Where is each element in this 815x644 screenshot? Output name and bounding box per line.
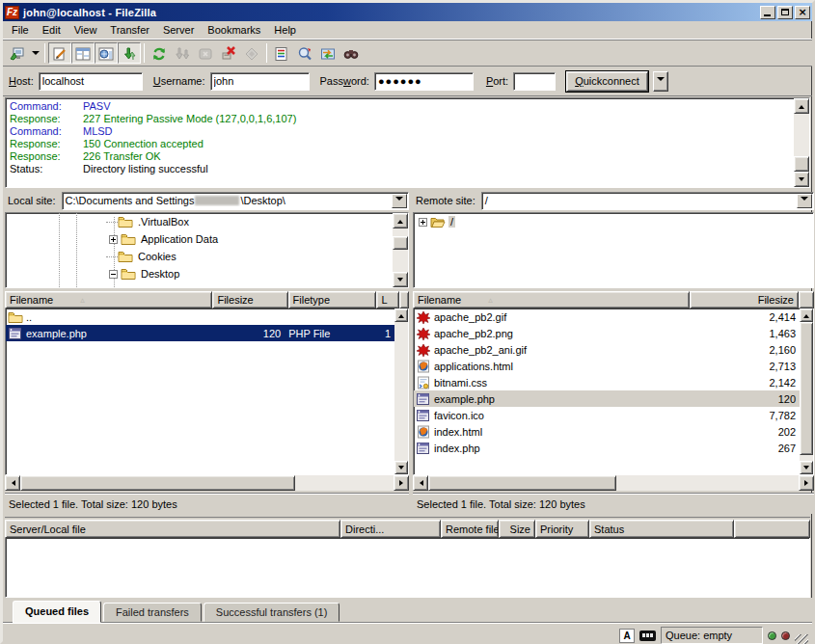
file-size-cell: 1,463 xyxy=(691,325,800,341)
tree-connector xyxy=(106,222,118,223)
password-input[interactable] xyxy=(374,72,474,91)
tree-item-desktop[interactable]: Desktop xyxy=(6,265,393,282)
tab-failed-transfers[interactable]: Failed transfers xyxy=(103,603,202,622)
queue-column-size[interactable]: Size xyxy=(499,520,535,538)
toggle-queue-button[interactable] xyxy=(118,42,141,64)
tree-item-application-data[interactable]: Application Data xyxy=(6,230,393,248)
host-input[interactable] xyxy=(39,72,143,91)
scroll-left-button[interactable] xyxy=(5,475,20,491)
file-row-index.php[interactable]: index.php267 xyxy=(414,440,800,456)
scroll-down-button[interactable] xyxy=(393,272,408,287)
expand-icon[interactable] xyxy=(109,235,118,244)
column-header-filename[interactable]: Filename▵ xyxy=(413,291,690,309)
queue-column-server-local-file[interactable]: Server/Local file xyxy=(5,520,340,538)
remote-list-scrollbar[interactable] xyxy=(800,309,813,474)
file-row-index.html[interactable]: index.html202 xyxy=(414,423,800,440)
file-row-apache-pb2.gif[interactable]: apache_pb2.gif2,414 xyxy=(414,309,800,325)
disconnect-button[interactable] xyxy=(217,42,240,64)
tree-item-root[interactable]: / xyxy=(414,213,813,230)
username-input[interactable] xyxy=(210,72,310,91)
find-files-button[interactable] xyxy=(340,42,363,64)
scroll-up-button[interactable] xyxy=(393,213,408,228)
toggle-remote-tree-button[interactable] xyxy=(95,42,118,64)
scroll-down-button[interactable] xyxy=(800,461,813,474)
local-tree-scrollbar[interactable] xyxy=(393,213,408,287)
column-header-filesize[interactable]: Filesize xyxy=(212,291,287,309)
scroll-right-button[interactable] xyxy=(394,475,409,491)
file-row-..[interactable]: .. xyxy=(6,309,394,325)
minimize-button[interactable] xyxy=(760,6,775,19)
collapse-icon[interactable] xyxy=(109,270,118,279)
toggle-tree-button[interactable] xyxy=(71,42,95,64)
toggle-log-button[interactable] xyxy=(48,42,71,64)
file-row-apache-pb2-ani.gif[interactable]: apache_pb2_ani.gif2,160 xyxy=(414,341,800,358)
menu-view[interactable]: View xyxy=(68,22,104,38)
tree-item-label: Application Data xyxy=(139,233,220,245)
scroll-down-button[interactable] xyxy=(394,461,408,474)
scroll-up-button[interactable] xyxy=(394,309,408,322)
column-header-filesize[interactable]: Filesize xyxy=(690,291,799,309)
menu-help[interactable]: Help xyxy=(267,22,303,38)
site-manager-button[interactable] xyxy=(6,42,29,64)
scroll-right-button[interactable] xyxy=(799,475,814,491)
scrollbar-thumb[interactable] xyxy=(800,322,813,455)
process-queue-button xyxy=(171,42,194,64)
scrollbar-thumb[interactable] xyxy=(20,475,295,491)
queue-column-status[interactable]: Status xyxy=(589,520,734,538)
scrollbar-thumb[interactable] xyxy=(428,475,616,491)
queue-column-priority[interactable]: Priority xyxy=(535,520,589,538)
column-header-filetype[interactable]: Filetype xyxy=(288,291,377,309)
file-size-cell: 7,782 xyxy=(691,407,800,423)
tree-item-label: Desktop xyxy=(139,268,181,280)
menu-transfer[interactable]: Transfer xyxy=(103,22,156,38)
file-row-apache-pb2.png[interactable]: apache_pb2.png1,463 xyxy=(414,325,800,341)
filter-button[interactable] xyxy=(270,42,293,64)
chevron-down-icon[interactable] xyxy=(797,194,812,208)
file-name-cell: .. xyxy=(6,309,210,325)
resize-grip[interactable] xyxy=(795,634,808,644)
send-activity-led-icon xyxy=(781,631,790,640)
tree-item-cookies[interactable]: Cookies xyxy=(6,248,393,265)
file-row-applications.html[interactable]: applications.html2,713 xyxy=(414,358,800,374)
menu-server[interactable]: Server xyxy=(156,22,201,38)
file-row-bitnami.css[interactable]: bitnami.css2,142 xyxy=(414,374,800,390)
scroll-up-button[interactable] xyxy=(800,309,813,322)
expand-icon[interactable] xyxy=(419,218,427,227)
close-button[interactable]: × xyxy=(795,6,810,19)
tab-queued-files[interactable]: Queued files xyxy=(13,601,101,623)
file-row-favicon.ico[interactable]: favicon.ico7,782 xyxy=(414,407,800,423)
scroll-down-button[interactable] xyxy=(794,172,809,187)
chevron-down-icon[interactable] xyxy=(392,194,407,208)
remote-horizontal-scrollbar[interactable] xyxy=(413,475,814,491)
tree-item--virtualbox[interactable]: .VirtualBox xyxy=(6,213,393,230)
remote-site-combobox[interactable]: / xyxy=(481,192,814,210)
quickconnect-dropdown[interactable] xyxy=(653,71,668,92)
menu-bookmarks[interactable]: Bookmarks xyxy=(201,22,267,38)
local-list-scrollbar[interactable] xyxy=(394,309,408,474)
queue-column-remote-file[interactable]: Remote file xyxy=(441,520,499,538)
column-header-filename[interactable]: Filename▵ xyxy=(5,291,212,309)
titlebar[interactable]: Fz john@localhost - FileZilla × xyxy=(3,3,812,21)
column-header-l[interactable]: L xyxy=(376,291,399,309)
quickconnect-button[interactable]: Quickconnect xyxy=(566,71,648,92)
file-row-example.php[interactable]: example.php120PHP File1 xyxy=(6,325,394,341)
maximize-button[interactable] xyxy=(777,6,793,19)
scrollbar-thumb[interactable] xyxy=(794,156,809,172)
file-row-example.php[interactable]: example.php120 xyxy=(414,390,800,407)
scroll-up-button[interactable] xyxy=(794,98,809,114)
log-line-text: PASV xyxy=(83,100,111,113)
local-horizontal-scrollbar[interactable] xyxy=(5,475,409,491)
scrollbar-thumb[interactable] xyxy=(393,236,408,250)
compare-button[interactable] xyxy=(293,42,316,64)
menu-edit[interactable]: Edit xyxy=(36,22,68,38)
refresh-button[interactable] xyxy=(148,42,171,64)
menu-file[interactable]: File xyxy=(5,22,36,38)
tab-successful-transfers-1-[interactable]: Successful transfers (1) xyxy=(204,603,340,622)
sync-browse-button[interactable] xyxy=(316,42,340,64)
site-manager-dropdown[interactable] xyxy=(29,42,41,64)
port-input[interactable] xyxy=(513,72,556,91)
queue-column-directi-[interactable]: Directi... xyxy=(340,520,441,538)
local-site-combobox[interactable]: C:\Documents and Settings\Desktop\ xyxy=(62,192,409,210)
scroll-left-button[interactable] xyxy=(413,475,428,491)
log-vertical-scrollbar[interactable] xyxy=(794,98,809,187)
